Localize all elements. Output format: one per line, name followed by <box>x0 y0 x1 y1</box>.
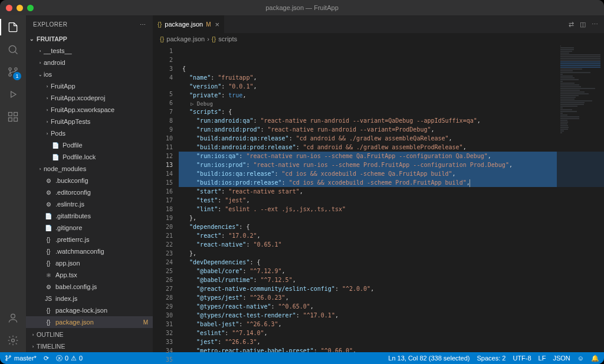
chevron-right-icon: › <box>37 166 44 172</box>
status-cursor[interactable]: Ln 13, Col 82 (338 selected) <box>388 355 470 362</box>
tree-file[interactable]: ⚙.eslintrc.js <box>26 198 153 210</box>
code-line[interactable]: "@types/jest": "^26.0.23", <box>179 293 604 302</box>
tree-file[interactable]: ⚙.editorconfig <box>26 186 153 198</box>
svg-rect-5 <box>14 113 18 116</box>
minimize-window-icon[interactable] <box>17 5 23 11</box>
tree-folder[interactable]: ⌄ios <box>26 68 153 80</box>
code-area[interactable]: { "name": "fruitapp", "version": "0.0.1"… <box>179 45 604 352</box>
code-line[interactable]: "start": "react-native start", <box>179 187 604 196</box>
code-line[interactable]: "@babel/core": "^7.12.9", <box>179 267 604 276</box>
tree-folder[interactable]: ›__tests__ <box>26 45 153 57</box>
tree-file[interactable]: {}package-lock.json <box>26 304 153 316</box>
tree-file[interactable]: 📄.gitattributes <box>26 210 153 222</box>
explorer-icon[interactable] <box>6 20 20 34</box>
code-line[interactable]: "run:android:qa": "react-native run-andr… <box>179 116 604 125</box>
tree-folder[interactable]: ›Pods <box>26 127 153 139</box>
account-icon[interactable] <box>6 311 20 325</box>
more-actions-icon[interactable]: ⋯ <box>592 21 598 28</box>
status-problems[interactable]: ⓧ0 ⚠0 <box>56 354 83 363</box>
breadcrumb-symbol[interactable]: scripts <box>218 35 237 42</box>
code-line[interactable]: "devDependencies": { <box>179 258 604 267</box>
close-tab-icon[interactable]: × <box>215 20 220 29</box>
tree-folder[interactable]: ›node_modules <box>26 163 153 175</box>
code-line[interactable]: "@types/react-native": "^0.65.0", <box>179 302 604 311</box>
code-line[interactable]: "build:ios:qa:release": "cd ios && xcode… <box>179 169 604 178</box>
chevron-down-icon: ⌄ <box>29 36 34 42</box>
code-line[interactable]: "build:android:qa:release": "cd android … <box>179 134 604 143</box>
status-encoding[interactable]: UTF-8 <box>513 355 531 362</box>
code-line[interactable]: "scripts": { <box>179 107 604 116</box>
tab-package-json[interactable]: {} package.json M × <box>153 15 225 33</box>
tree-file[interactable]: ⚙babel.config.js <box>26 281 153 293</box>
tree-file[interactable]: {}.watchmanconfig <box>26 245 153 257</box>
status-spaces[interactable]: Spaces: 2 <box>477 355 505 362</box>
code-line[interactable]: "run:ios:prod": "react-native run-ios --… <box>179 160 604 169</box>
tree-folder[interactable]: ›FruitApp.xcodeproj <box>26 92 153 104</box>
code-line[interactable]: "metro-react-native-babel-preset": "^0.6… <box>179 346 604 352</box>
code-line[interactable]: "@react-native-community/eslint-config":… <box>179 284 604 293</box>
tree-folder[interactable]: ›FruitAppTests <box>26 116 153 127</box>
code-line[interactable]: "react-native": "0.65.1" <box>179 240 604 249</box>
file-icon: {} <box>44 248 53 255</box>
tree-file[interactable]: ⚛App.tsx <box>26 269 153 281</box>
tree-file[interactable]: JSindex.js <box>26 293 153 304</box>
status-sync[interactable]: ⟳ <box>44 355 49 362</box>
code-line[interactable]: "@types/react-test-renderer": "^17.0.1", <box>179 311 604 320</box>
maximize-window-icon[interactable] <box>27 5 34 11</box>
status-eol[interactable]: LF <box>539 355 546 362</box>
tree-file[interactable]: {}.prettierrc.js <box>26 234 153 245</box>
json-object-icon: {} <box>212 35 216 42</box>
code-line[interactable]: "version": "0.0.1", <box>179 82 604 91</box>
code-line[interactable]: "build:ios:prod:release": "cd ios && xco… <box>179 178 604 187</box>
code-line[interactable]: }, <box>179 214 604 222</box>
status-feedback-icon[interactable]: ☺ <box>577 355 584 362</box>
search-icon[interactable] <box>6 42 20 57</box>
code-line[interactable]: }, <box>179 249 604 258</box>
code-line[interactable]: "dependencies": { <box>179 222 604 231</box>
editor-body[interactable]: 1234567891011121314151617181920212223242… <box>153 45 604 352</box>
sidebar-project-title[interactable]: ⌄ FRUITAPP <box>26 33 153 45</box>
more-icon[interactable]: ⋯ <box>140 21 146 28</box>
status-bell-icon[interactable]: 🔔 <box>591 355 599 362</box>
timeline-section[interactable]: › TIMELINE <box>26 340 153 352</box>
code-line[interactable]: "run:ios:qa": "react-native run-ios --sc… <box>179 152 604 160</box>
code-line[interactable]: "babel-jest": "^26.6.3", <box>179 320 604 329</box>
tree-file[interactable]: 📄Podfile <box>26 139 153 151</box>
status-language[interactable]: JSON <box>553 355 570 362</box>
code-line[interactable]: "private": true, <box>179 91 604 100</box>
code-line[interactable]: "lint": "eslint . --ext .js,.jsx,.ts,.ts… <box>179 205 604 214</box>
sidebar-header: EXPLORER ⋯ <box>26 15 153 33</box>
code-line[interactable]: "test": "jest", <box>179 196 604 205</box>
extensions-icon[interactable] <box>6 110 20 124</box>
breadcrumbs[interactable]: {} package.json › {} scripts <box>153 33 604 45</box>
split-editor-icon[interactable]: ◫ <box>580 21 586 28</box>
compare-changes-icon[interactable]: ⇄ <box>569 21 574 28</box>
debug-icon[interactable] <box>6 87 20 101</box>
chevron-right-icon: › <box>37 60 44 65</box>
status-branch[interactable]: master* <box>5 355 37 362</box>
tree-folder[interactable]: ›FruitApp <box>26 80 153 92</box>
tree-file[interactable]: 📄Podfile.lock <box>26 151 153 163</box>
tree-folder[interactable]: ›android <box>26 57 153 68</box>
tree-folder[interactable]: ›FruitApp.xcworkspace <box>26 104 153 116</box>
tree-file[interactable]: ⚙.buckconfig <box>26 175 153 186</box>
minimap[interactable] <box>557 45 604 352</box>
tree-file[interactable]: {}package.jsonM <box>26 316 153 328</box>
code-line[interactable]: "name": "fruitapp", <box>179 73 604 82</box>
titlebar[interactable]: package.json — FruitApp <box>0 0 604 15</box>
code-line[interactable]: { <box>179 64 604 73</box>
outline-section[interactable]: › OUTLINE <box>26 329 153 340</box>
source-control-icon[interactable]: 1 <box>6 65 20 79</box>
breadcrumb-file[interactable]: package.json <box>166 35 205 42</box>
codelens-debug[interactable]: ▷ Debug <box>179 100 604 107</box>
code-line[interactable]: "build:android:prod:release": "cd androi… <box>179 143 604 152</box>
tree-file[interactable]: {}app.json <box>26 257 153 269</box>
code-line[interactable]: "jest": "^26.6.3", <box>179 337 604 346</box>
code-line[interactable]: "react": "17.0.2", <box>179 231 604 240</box>
close-window-icon[interactable] <box>6 5 12 11</box>
code-line[interactable]: "run:android:prod": "react-native run-an… <box>179 125 604 134</box>
settings-gear-icon[interactable] <box>6 333 20 347</box>
code-line[interactable]: "@babel/runtime": "^7.12.5", <box>179 276 604 284</box>
code-line[interactable]: "eslint": "^7.14.0", <box>179 329 604 337</box>
tree-file[interactable]: 📄.gitignore <box>26 222 153 234</box>
